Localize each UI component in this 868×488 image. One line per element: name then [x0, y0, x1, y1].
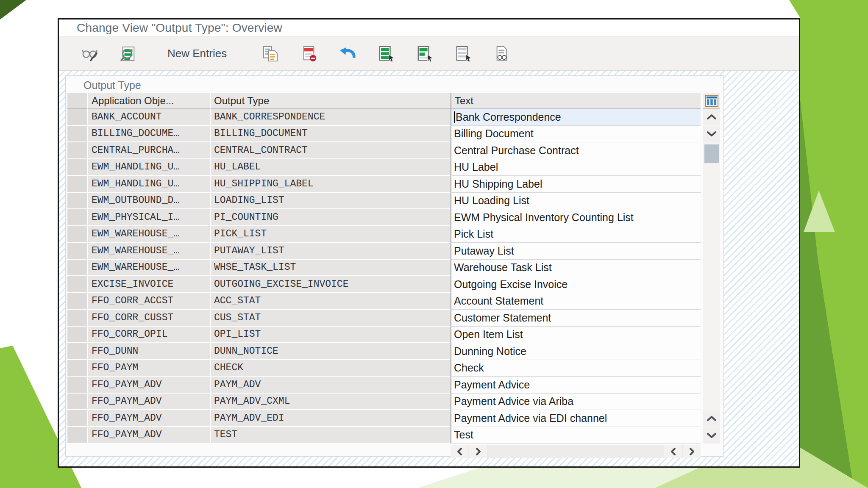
cell-output-type[interactable]: BILLING_DOCUMENT	[210, 126, 451, 143]
row-selector[interactable]	[67, 126, 87, 143]
row-selector[interactable]	[67, 427, 87, 444]
cell-output-type[interactable]: ACC_STAT	[210, 293, 451, 310]
row-selector[interactable]	[67, 394, 87, 410]
cell-text[interactable]: HU Shipping Label	[451, 176, 701, 193]
cell-text[interactable]: Bank Correspondence	[451, 109, 701, 126]
vertical-scrollbar[interactable]	[703, 109, 720, 444]
cell-application-object[interactable]: FFO_PAYM	[87, 360, 210, 377]
cell-application-object[interactable]: FFO_DUNN	[87, 343, 210, 360]
row-selector[interactable]	[67, 142, 87, 159]
horizontal-scrollbar[interactable]	[451, 445, 701, 458]
cell-text[interactable]: Putaway List	[451, 243, 701, 260]
cell-application-object[interactable]: EWM_WAREHOUSE_…	[87, 243, 210, 260]
scroll-left-button[interactable]	[451, 445, 468, 458]
cell-application-object[interactable]: EWM_WAREHOUSE_…	[87, 226, 210, 243]
scroll-right-button[interactable]	[469, 445, 487, 458]
cell-text[interactable]: Customer Statement	[451, 310, 701, 327]
row-selector[interactable]	[67, 343, 87, 360]
row-selector[interactable]	[67, 243, 87, 260]
cell-text[interactable]: Warehouse Task List	[451, 260, 701, 277]
cell-application-object[interactable]: CENTRAL_PURCHA…	[87, 142, 210, 159]
cell-output-type[interactable]: OUTGOING_EXCISE_INVOICE	[210, 276, 451, 293]
cell-output-type[interactable]: BANK_CORRESPONDENCE	[210, 109, 451, 126]
cell-output-type[interactable]: OPI_LIST	[210, 327, 451, 344]
header-text[interactable]: Text	[451, 93, 701, 109]
row-selector[interactable]	[67, 209, 87, 226]
display-change-button[interactable]	[80, 45, 100, 63]
cell-output-type[interactable]: PUTAWAY_LIST	[210, 243, 451, 260]
cell-application-object[interactable]: FFO_PAYM_ADV	[87, 427, 210, 444]
row-selector[interactable]	[67, 260, 87, 277]
new-entries-button[interactable]: New Entries	[163, 44, 231, 63]
horizontal-scroll-track[interactable]	[488, 445, 664, 458]
header-output-type[interactable]: Output Type	[210, 93, 451, 109]
cell-application-object[interactable]: EXCISE_INVOICE	[87, 276, 210, 293]
scroll-down-button[interactable]	[703, 126, 720, 142]
scroll-page-up-button[interactable]	[703, 410, 720, 427]
cell-output-type[interactable]: PAYM_ADV_CXML	[210, 394, 451, 410]
cell-text[interactable]: Pick List	[451, 226, 701, 243]
cell-application-object[interactable]: FFO_PAYM_ADV	[87, 394, 210, 410]
deselect-all-button[interactable]	[453, 45, 473, 63]
row-selector[interactable]	[67, 193, 87, 210]
row-selector[interactable]	[67, 410, 87, 427]
cell-application-object[interactable]: EWM_WAREHOUSE_…	[87, 260, 210, 277]
cell-output-type[interactable]: PICK_LIST	[210, 226, 451, 243]
cell-text[interactable]: Account Statement	[451, 293, 701, 310]
cell-output-type[interactable]: HU_SHIPPING_LABEL	[210, 176, 451, 193]
cell-text[interactable]: Billing Document	[451, 126, 701, 143]
cell-text[interactable]: Outgoing Excise Invoice	[451, 276, 701, 293]
bc-set-display-button[interactable]	[492, 45, 512, 63]
cell-application-object[interactable]: FFO_PAYM_ADV	[87, 410, 210, 427]
cell-application-object[interactable]: EWM_HANDLING_U…	[87, 159, 210, 176]
cell-text[interactable]: Dunning Notice	[451, 343, 701, 360]
cell-application-object[interactable]: FFO_CORR_OPIL	[87, 327, 210, 344]
row-selector[interactable]	[67, 276, 87, 293]
scroll-up-button[interactable]	[703, 109, 720, 125]
header-row-selector[interactable]	[67, 93, 87, 109]
copy-as-button[interactable]	[261, 45, 280, 63]
row-selector[interactable]	[67, 109, 87, 126]
cell-output-type[interactable]: CENTRAL_CONTRACT	[210, 142, 451, 159]
cell-text[interactable]: EWM Physical Inventory Counting List	[451, 209, 701, 226]
cell-output-type[interactable]: WHSE_TASK_LIST	[210, 260, 451, 277]
row-selector[interactable]	[67, 360, 87, 377]
delete-button[interactable]	[299, 45, 319, 63]
cell-output-type[interactable]: PAYM_ADV	[210, 377, 451, 394]
cell-output-type[interactable]: PAYM_ADV_EDI	[210, 410, 451, 427]
cell-application-object[interactable]: EWM_HANDLING_U…	[87, 176, 210, 193]
scroll-page-down-button[interactable]	[703, 427, 720, 444]
cell-output-type[interactable]: PI_COUNTING	[210, 209, 451, 226]
cell-application-object[interactable]: BANK_ACCOUNT	[87, 109, 210, 126]
cell-text[interactable]: Test	[451, 427, 701, 444]
cell-application-object[interactable]: FFO_PAYM_ADV	[87, 377, 210, 394]
select-block-button[interactable]	[415, 45, 434, 63]
row-selector[interactable]	[67, 327, 87, 344]
row-selector[interactable]	[67, 176, 87, 193]
cell-text[interactable]: Central Purchase Contract	[451, 142, 701, 159]
scroll-right-button-2[interactable]	[683, 445, 701, 458]
cell-text[interactable]: HU Label	[451, 159, 701, 176]
row-selector[interactable]	[67, 293, 87, 310]
cell-output-type[interactable]: DUNN_NOTICE	[210, 343, 451, 360]
cell-application-object[interactable]: EWM_OUTBOUND_D…	[87, 193, 210, 210]
cell-output-type[interactable]: LOADING_LIST	[210, 193, 451, 210]
cell-output-type[interactable]: HU_LABEL	[210, 159, 451, 176]
cell-application-object[interactable]: EWM_PHYSICAL_I…	[87, 209, 210, 226]
cell-text[interactable]: Payment Advice via EDI channel	[451, 410, 701, 427]
vertical-scroll-thumb[interactable]	[704, 144, 719, 163]
cell-text[interactable]: HU Loading List	[451, 193, 701, 210]
cell-application-object[interactable]: FFO_CORR_CUSST	[87, 310, 210, 327]
select-all-button[interactable]	[376, 45, 396, 63]
cell-output-type[interactable]: CUS_STAT	[210, 310, 451, 327]
cell-text[interactable]: Payment Advice	[451, 377, 701, 394]
table-configuration-button[interactable]	[703, 93, 720, 109]
cell-text[interactable]: Check	[451, 360, 701, 377]
row-selector[interactable]	[67, 159, 87, 176]
row-selector[interactable]	[67, 226, 87, 243]
cell-application-object[interactable]: BILLING_DOCUME…	[87, 126, 210, 143]
undo-button[interactable]	[338, 45, 357, 63]
scroll-left-button-2[interactable]	[664, 445, 682, 458]
cell-text[interactable]: Open Item List	[451, 327, 701, 344]
cell-application-object[interactable]: FFO_CORR_ACCST	[87, 293, 210, 310]
